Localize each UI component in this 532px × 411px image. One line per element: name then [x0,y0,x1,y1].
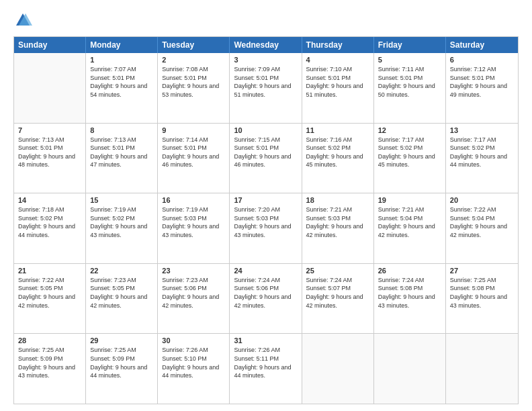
calendar-header-cell: Saturday [446,37,518,53]
day-number: 26 [378,267,441,275]
page: SundayMondayTuesdayWednesdayThursdayFrid… [0,0,532,411]
calendar-header-cell: Thursday [302,37,374,53]
calendar-cell: 24Sunrise: 7:24 AM Sunset: 5:06 PM Dayli… [230,264,302,334]
calendar-cell: 26Sunrise: 7:24 AM Sunset: 5:08 PM Dayli… [374,264,446,334]
sun-info: Sunrise: 7:22 AM Sunset: 5:05 PM Dayligh… [18,276,81,310]
day-number: 11 [306,126,369,134]
day-number: 16 [162,196,225,204]
sun-info: Sunrise: 7:11 AM Sunset: 5:01 PM Dayligh… [378,65,441,99]
calendar-cell: 22Sunrise: 7:23 AM Sunset: 5:05 PM Dayli… [86,264,158,334]
sun-info: Sunrise: 7:13 AM Sunset: 5:01 PM Dayligh… [90,136,153,169]
calendar: SundayMondayTuesdayWednesdayThursdayFrid… [13,36,519,404]
calendar-cell: 18Sunrise: 7:21 AM Sunset: 5:03 PM Dayli… [302,193,374,263]
sun-info: Sunrise: 7:18 AM Sunset: 5:02 PM Dayligh… [18,205,81,239]
calendar-cell: 23Sunrise: 7:23 AM Sunset: 5:06 PM Dayli… [158,264,230,334]
day-number: 8 [90,126,153,134]
day-number: 31 [234,336,297,345]
sun-info: Sunrise: 7:10 AM Sunset: 5:01 PM Dayligh… [306,65,369,99]
sun-info: Sunrise: 7:17 AM Sunset: 5:02 PM Dayligh… [450,136,514,169]
sun-info: Sunrise: 7:23 AM Sunset: 5:06 PM Dayligh… [162,276,225,310]
calendar-cell [302,334,374,404]
calendar-cell [374,334,446,404]
calendar-cell: 29Sunrise: 7:25 AM Sunset: 5:09 PM Dayli… [86,334,158,404]
day-number: 18 [306,196,369,204]
sun-info: Sunrise: 7:25 AM Sunset: 5:09 PM Dayligh… [90,346,153,379]
day-number: 23 [162,267,225,275]
calendar-cell: 25Sunrise: 7:24 AM Sunset: 5:07 PM Dayli… [302,264,374,334]
day-number: 28 [18,336,81,345]
calendar-row: 28Sunrise: 7:25 AM Sunset: 5:09 PM Dayli… [14,333,518,404]
calendar-cell: 27Sunrise: 7:25 AM Sunset: 5:08 PM Dayli… [446,264,518,334]
calendar-header-cell: Wednesday [230,37,302,53]
day-number: 25 [306,267,369,275]
calendar-cell: 15Sunrise: 7:19 AM Sunset: 5:02 PM Dayli… [86,193,158,263]
day-number: 29 [90,336,153,345]
calendar-cell [446,334,518,404]
calendar-header-cell: Tuesday [158,37,230,53]
day-number: 3 [234,56,297,64]
day-number: 12 [378,126,441,134]
day-number: 27 [450,267,514,275]
day-number: 1 [90,56,153,64]
sun-info: Sunrise: 7:16 AM Sunset: 5:02 PM Dayligh… [306,136,369,169]
calendar-cell: 3Sunrise: 7:09 AM Sunset: 5:01 PM Daylig… [230,53,302,123]
day-number: 30 [162,336,225,345]
sun-info: Sunrise: 7:19 AM Sunset: 5:03 PM Dayligh… [162,205,225,239]
sun-info: Sunrise: 7:22 AM Sunset: 5:04 PM Dayligh… [450,205,514,239]
day-number: 22 [90,267,153,275]
sun-info: Sunrise: 7:23 AM Sunset: 5:05 PM Dayligh… [90,276,153,310]
day-number: 10 [234,126,297,134]
day-number: 6 [450,56,514,64]
day-number: 17 [234,196,297,204]
calendar-cell: 9Sunrise: 7:14 AM Sunset: 5:01 PM Daylig… [158,124,230,193]
calendar-cell: 14Sunrise: 7:18 AM Sunset: 5:02 PM Dayli… [14,193,86,263]
calendar-cell: 31Sunrise: 7:26 AM Sunset: 5:11 PM Dayli… [230,334,302,404]
sun-info: Sunrise: 7:19 AM Sunset: 5:02 PM Dayligh… [90,205,153,239]
day-number: 13 [450,126,514,134]
calendar-cell [14,53,86,123]
logo-icon [13,11,32,30]
calendar-cell: 30Sunrise: 7:26 AM Sunset: 5:10 PM Dayli… [158,334,230,404]
sun-info: Sunrise: 7:07 AM Sunset: 5:01 PM Dayligh… [90,65,153,99]
calendar-header-cell: Monday [86,37,158,53]
sun-info: Sunrise: 7:26 AM Sunset: 5:11 PM Dayligh… [234,346,297,379]
day-number: 24 [234,267,297,275]
sun-info: Sunrise: 7:24 AM Sunset: 5:07 PM Dayligh… [306,276,369,310]
sun-info: Sunrise: 7:08 AM Sunset: 5:01 PM Dayligh… [162,65,225,99]
sun-info: Sunrise: 7:20 AM Sunset: 5:03 PM Dayligh… [234,205,297,239]
calendar-header-row: SundayMondayTuesdayWednesdayThursdayFrid… [14,37,518,53]
day-number: 9 [162,126,225,134]
day-number: 7 [18,126,81,134]
sun-info: Sunrise: 7:14 AM Sunset: 5:01 PM Dayligh… [162,136,225,169]
day-number: 15 [90,196,153,204]
calendar-cell: 2Sunrise: 7:08 AM Sunset: 5:01 PM Daylig… [158,53,230,123]
calendar-cell: 21Sunrise: 7:22 AM Sunset: 5:05 PM Dayli… [14,264,86,334]
sun-info: Sunrise: 7:15 AM Sunset: 5:01 PM Dayligh… [234,136,297,169]
sun-info: Sunrise: 7:24 AM Sunset: 5:06 PM Dayligh… [234,276,297,310]
calendar-body: 1Sunrise: 7:07 AM Sunset: 5:01 PM Daylig… [14,53,518,404]
sun-info: Sunrise: 7:25 AM Sunset: 5:08 PM Dayligh… [450,276,514,310]
calendar-cell: 4Sunrise: 7:10 AM Sunset: 5:01 PM Daylig… [302,53,374,123]
calendar-header-cell: Friday [374,37,446,53]
sun-info: Sunrise: 7:21 AM Sunset: 5:03 PM Dayligh… [306,205,369,239]
calendar-cell: 5Sunrise: 7:11 AM Sunset: 5:01 PM Daylig… [374,53,446,123]
day-number: 21 [18,267,81,275]
calendar-row: 1Sunrise: 7:07 AM Sunset: 5:01 PM Daylig… [14,53,518,123]
day-number: 14 [18,196,81,204]
calendar-cell: 10Sunrise: 7:15 AM Sunset: 5:01 PM Dayli… [230,124,302,193]
calendar-cell: 13Sunrise: 7:17 AM Sunset: 5:02 PM Dayli… [446,124,518,193]
sun-info: Sunrise: 7:09 AM Sunset: 5:01 PM Dayligh… [234,65,297,99]
day-number: 5 [378,56,441,64]
day-number: 20 [450,196,514,204]
calendar-cell: 17Sunrise: 7:20 AM Sunset: 5:03 PM Dayli… [230,193,302,263]
calendar-cell: 6Sunrise: 7:12 AM Sunset: 5:01 PM Daylig… [446,53,518,123]
calendar-cell: 28Sunrise: 7:25 AM Sunset: 5:09 PM Dayli… [14,334,86,404]
sun-info: Sunrise: 7:12 AM Sunset: 5:01 PM Dayligh… [450,65,514,99]
calendar-cell: 11Sunrise: 7:16 AM Sunset: 5:02 PM Dayli… [302,124,374,193]
calendar-header-cell: Sunday [14,37,86,53]
sun-info: Sunrise: 7:26 AM Sunset: 5:10 PM Dayligh… [162,346,225,379]
sun-info: Sunrise: 7:25 AM Sunset: 5:09 PM Dayligh… [18,346,81,379]
calendar-cell: 16Sunrise: 7:19 AM Sunset: 5:03 PM Dayli… [158,193,230,263]
day-number: 4 [306,56,369,64]
calendar-cell: 19Sunrise: 7:21 AM Sunset: 5:04 PM Dayli… [374,193,446,263]
